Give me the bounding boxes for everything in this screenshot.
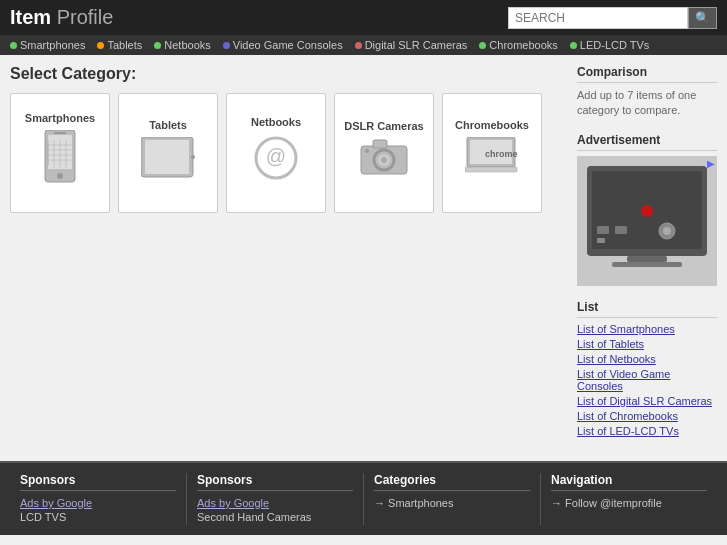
ad-title: Advertisement xyxy=(577,133,717,151)
nav-video-game-consoles[interactable]: Video Game Consoles xyxy=(223,39,343,51)
svg-point-2 xyxy=(57,173,63,179)
nav-dot-chromebooks xyxy=(479,42,486,49)
category-label-dslr: DSLR Cameras xyxy=(344,120,423,132)
title-profile: Profile xyxy=(57,6,114,28)
category-card-smartphones[interactable]: Smartphones xyxy=(10,93,110,213)
ad-corner-icon: ▶ xyxy=(707,158,715,169)
svg-rect-34 xyxy=(612,262,682,267)
sidebar: Comparison Add up to 7 items of one cate… xyxy=(567,55,727,461)
title-item: Item xyxy=(10,6,51,28)
footer-nav-follow: → Follow @itemprofile xyxy=(551,497,707,509)
category-label-smartphones: Smartphones xyxy=(25,112,95,124)
nav-label-dslr: Digital SLR Cameras xyxy=(365,39,468,51)
search-bar: 🔍 xyxy=(508,7,717,29)
list-title: List xyxy=(577,300,717,318)
search-input[interactable] xyxy=(508,7,688,29)
nav-label-netbooks: Netbooks xyxy=(164,39,210,51)
svg-text:chrome: chrome xyxy=(485,149,518,159)
list-link-chromebooks[interactable]: List of Chromebooks xyxy=(577,410,717,422)
svg-rect-31 xyxy=(615,226,627,234)
list-section: List List of Smartphones List of Tablets… xyxy=(577,300,717,437)
svg-rect-13 xyxy=(145,140,189,174)
nav-dot-smartphones xyxy=(10,42,17,49)
nav-netbooks[interactable]: Netbooks xyxy=(154,39,210,51)
category-label-chromebooks: Chromebooks xyxy=(455,119,529,131)
svg-rect-30 xyxy=(597,226,609,234)
list-link-lcd[interactable]: List of LED-LCD TVs xyxy=(577,425,717,437)
camera-icon xyxy=(359,138,409,187)
nav-dot-tablets xyxy=(97,42,104,49)
svg-point-14 xyxy=(191,155,195,159)
nav-dot-netbooks xyxy=(154,42,161,49)
footer-lcd-tvs: LCD TVS xyxy=(20,511,176,523)
footer-col-sponsors2: Sponsors Ads by Google Second Hand Camer… xyxy=(187,473,364,525)
content-area: Select Category: Smartphones xyxy=(0,55,567,461)
list-link-smartphones[interactable]: List of Smartphones xyxy=(577,323,717,335)
footer-categories-title: Categories xyxy=(374,473,530,491)
nav-label-smartphones: Smartphones xyxy=(20,39,85,51)
svg-point-21 xyxy=(381,157,387,163)
svg-point-22 xyxy=(365,149,369,153)
nav-label-chromebooks: Chromebooks xyxy=(489,39,557,51)
footer-sponsors2-title: Sponsors xyxy=(197,473,353,491)
footer-navigation-title: Navigation xyxy=(551,473,707,491)
nav-dot-vgc xyxy=(223,42,230,49)
nav-label-tablets: Tablets xyxy=(107,39,142,51)
svg-rect-3 xyxy=(54,132,66,134)
comparison-text: Add up to 7 items of one category to com… xyxy=(577,88,717,119)
svg-point-37 xyxy=(641,205,653,217)
smartphone-icon xyxy=(40,130,80,194)
nav-dot-dslr xyxy=(355,42,362,49)
header: Item Profile 🔍 xyxy=(0,0,727,35)
nav-label-lcd: LED-LCD TVs xyxy=(580,39,649,51)
footer-sponsors1-title: Sponsors xyxy=(20,473,176,491)
nav-dslr-cameras[interactable]: Digital SLR Cameras xyxy=(355,39,468,51)
site-title: Item Profile xyxy=(10,6,113,29)
category-card-netbooks[interactable]: Netbooks @ xyxy=(226,93,326,213)
tablet-icon xyxy=(141,137,196,188)
nav-led-lcd-tvs[interactable]: LED-LCD TVs xyxy=(570,39,649,51)
nav-chromebooks[interactable]: Chromebooks xyxy=(479,39,557,51)
svg-rect-18 xyxy=(373,140,387,148)
nav-smartphones[interactable]: Smartphones xyxy=(10,39,85,51)
svg-point-36 xyxy=(663,227,671,235)
svg-rect-32 xyxy=(597,238,605,243)
footer-ads-by-google-2[interactable]: Ads by Google xyxy=(197,497,353,509)
chromebook-icon: chrome xyxy=(465,137,520,188)
nav-label-vgc: Video Game Consoles xyxy=(233,39,343,51)
ad-visual: ▶ xyxy=(577,156,717,286)
svg-rect-33 xyxy=(627,256,667,262)
category-card-dslr[interactable]: DSLR Cameras xyxy=(334,93,434,213)
comparison-title: Comparison xyxy=(577,65,717,83)
svg-rect-25 xyxy=(465,167,517,172)
footer: Sponsors Ads by Google LCD TVS Sponsors … xyxy=(0,461,727,535)
category-label-netbooks: Netbooks xyxy=(251,116,301,128)
main: Select Category: Smartphones xyxy=(0,55,727,461)
footer-cat-smartphones: → Smartphones xyxy=(374,497,530,509)
list-links: List of Smartphones List of Tablets List… xyxy=(577,323,717,437)
ad-image xyxy=(577,156,717,286)
footer-col-navigation: Navigation → Follow @itemprofile xyxy=(541,473,717,525)
nav-tablets[interactable]: Tablets xyxy=(97,39,142,51)
netbook-icon: @ xyxy=(252,134,300,191)
search-button[interactable]: 🔍 xyxy=(688,7,717,29)
footer-col-categories: Categories → Smartphones xyxy=(364,473,541,525)
footer-ads-by-google-1[interactable]: Ads by Google xyxy=(20,497,176,509)
category-card-chromebooks[interactable]: Chromebooks chrome xyxy=(442,93,542,213)
footer-col-sponsors1: Sponsors Ads by Google LCD TVS xyxy=(10,473,187,525)
category-card-tablets[interactable]: Tablets xyxy=(118,93,218,213)
ad-section: Advertisement ▶ xyxy=(577,133,717,286)
comparison-section: Comparison Add up to 7 items of one cate… xyxy=(577,65,717,119)
page-heading: Select Category: xyxy=(10,65,557,83)
nav-dot-lcd xyxy=(570,42,577,49)
svg-text:@: @ xyxy=(266,145,286,167)
list-link-vgc[interactable]: List of Video Game Consoles xyxy=(577,368,717,392)
category-grid: Smartphones xyxy=(10,93,557,213)
list-link-tablets[interactable]: List of Tablets xyxy=(577,338,717,350)
navbar: Smartphones Tablets Netbooks Video Game … xyxy=(0,35,727,55)
list-link-netbooks[interactable]: List of Netbooks xyxy=(577,353,717,365)
category-label-tablets: Tablets xyxy=(149,119,187,131)
list-link-dslr[interactable]: List of Digital SLR Cameras xyxy=(577,395,717,407)
footer-second-hand-cameras: Second Hand Cameras xyxy=(197,511,353,523)
